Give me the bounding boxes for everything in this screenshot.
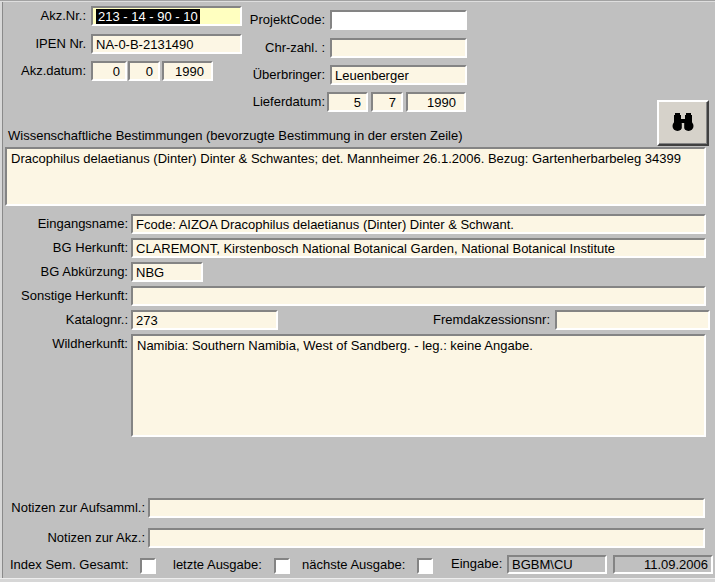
ueberbringer-field[interactable]: Leuenberger [330,65,467,85]
notizen-akz-label: Notizen zur Akz.: [0,528,145,548]
window-bottom-edge [0,578,715,582]
ipen-nr-label: IPEN Nr. [0,34,86,54]
sonstige-herkunft-label: Sonstige Herkunft: [0,286,128,306]
index-sem-gesamt-checkbox[interactable] [140,558,156,574]
chr-zahl-field[interactable] [330,38,467,58]
akz-datum-month-field[interactable]: 0 [128,61,160,81]
letzte-ausgabe-checkbox[interactable] [274,558,290,574]
notizen-akz-field[interactable] [148,528,705,548]
eingangsname-field[interactable]: Fcode: AIZOA Dracophilus delaetianus (Di… [131,214,706,234]
akz-datum-day-field[interactable]: 0 [91,61,127,81]
lieferdatum-year-field[interactable]: 1990 [406,92,466,112]
lieferdatum-day-field[interactable]: 5 [327,92,368,112]
binoculars-icon [671,112,695,135]
naechste-ausgabe-label: nächste Ausgabe: [302,556,405,574]
notizen-aufsamml-label: Notizen zur Aufsamml.: [0,498,145,518]
katalognr-field[interactable]: 273 [131,310,278,330]
chr-zahl-label: Chr-zahl. : [243,38,325,58]
letzte-ausgabe-label: letzte Ausgabe: [173,556,262,574]
section-divider [0,0,715,2]
index-sem-gesamt-label: Index Sem. Gesamt: [10,556,129,574]
wildherkunft-label: Wildherkunft: [0,334,128,354]
bg-herkunft-label: BG Herkunft: [0,238,128,258]
lieferdatum-label: Lieferdatum: [243,92,325,112]
search-button[interactable] [657,100,709,146]
eingangsname-label: Eingangsname: [0,214,128,234]
akz-datum-year-field[interactable]: 1990 [162,61,213,81]
lieferdatum-month-field[interactable]: 7 [371,92,403,112]
eingabe-user-field: BGBM\CU [507,555,607,574]
akz-datum-label: Akz.datum: [0,61,86,81]
bg-abkuerzung-field[interactable]: NBG [131,262,203,282]
bestimmungen-label: Wissenschaftliche Bestimmungen (bevorzug… [8,126,462,146]
ueberbringer-label: Überbringer: [243,65,325,85]
eingabe-date-field: 11.09.2006 [613,555,713,574]
naechste-ausgabe-checkbox[interactable] [417,558,433,574]
ipen-nr-field[interactable]: NA-0-B-2131490 [91,34,242,54]
wildherkunft-field[interactable]: Namibia: Southern Namibia, West of Sandb… [131,334,706,437]
fremdakzessionsnr-label: Fremdakzessionsnr: [420,310,550,330]
akz-nr-label: Akz.Nr.: [0,6,86,26]
bg-herkunft-field[interactable]: CLAREMONT, Kirstenbosch National Botanic… [131,238,706,258]
projekt-code-label: ProjektCode: [243,10,325,30]
bg-abkuerzung-label: BG Abkürzung: [0,262,128,282]
fremdakzessionsnr-field[interactable] [555,310,710,330]
bestimmungen-field[interactable]: Dracophilus delaetianus (Dinter) Dinter … [5,147,706,206]
notizen-aufsamml-field[interactable] [148,498,705,518]
sonstige-herkunft-field[interactable] [131,286,706,306]
akz-nr-selected-text: 213 - 14 - 90 - 10 [96,9,200,24]
akz-nr-field[interactable]: 213 - 14 - 90 - 10 [91,6,242,26]
katalognr-label: Katalognr.: [0,310,128,330]
accession-form-window: Akz.Nr.: 213 - 14 - 90 - 10 IPEN Nr. NA-… [0,0,715,582]
eingabe-label: Eingabe: [451,555,502,573]
projekt-code-field[interactable] [330,10,467,30]
